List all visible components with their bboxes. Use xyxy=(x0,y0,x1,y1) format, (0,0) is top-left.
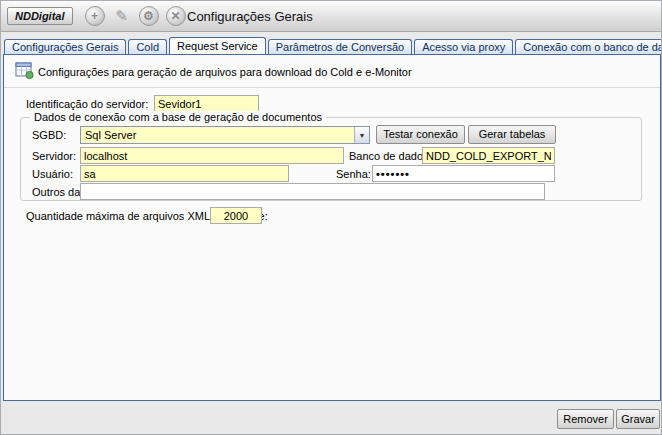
add-circle-icon[interactable]: + xyxy=(85,6,105,26)
server-id-input[interactable] xyxy=(154,95,259,112)
tab-parametros-conversao[interactable]: Parâmetros de Conversão xyxy=(268,39,412,54)
header-divider xyxy=(4,87,660,88)
connection-group-title: Dados de conexão com a base de geração d… xyxy=(30,111,326,123)
senha-input[interactable] xyxy=(372,165,555,182)
toolbar: NDDigital + ✎ ⚙ ✕ Configurações Gerais xyxy=(1,1,661,32)
tab-acesso-via-proxy[interactable]: Acesso via proxy xyxy=(414,39,513,54)
servidor-input[interactable] xyxy=(80,147,344,164)
gear-circle-icon[interactable]: ⚙ xyxy=(139,6,159,26)
pen-icon[interactable]: ✎ xyxy=(112,6,132,26)
sgbd-label: SGBD: xyxy=(32,129,66,141)
sgbd-combo[interactable]: Sql Server ▼ xyxy=(80,126,370,144)
toolbar-icons: + ✎ ⚙ ✕ xyxy=(85,6,186,26)
gravar-button[interactable]: Gravar xyxy=(616,409,660,429)
panel-description: Configurações para geração de arquivos p… xyxy=(38,66,412,78)
max-xml-input[interactable] xyxy=(210,207,262,224)
app-window: NDDigital + ✎ ⚙ ✕ Configurações Gerais C… xyxy=(0,0,662,435)
usuario-input[interactable] xyxy=(80,165,289,182)
gerar-tabelas-button[interactable]: Gerar tabelas xyxy=(468,125,556,144)
banco-dados-label: Banco de dados: xyxy=(349,150,432,162)
page-title: Configurações Gerais xyxy=(187,9,313,24)
tab-request-service[interactable]: Request Service xyxy=(169,37,266,54)
tab-strip: Configurações Gerais Cold Request Servic… xyxy=(4,37,661,54)
usuario-label: Usuário: xyxy=(32,168,73,180)
chevron-down-icon[interactable]: ▼ xyxy=(354,127,369,143)
outros-dados-input[interactable] xyxy=(80,183,545,200)
senha-label: Senha: xyxy=(336,168,371,180)
tab-cold[interactable]: Cold xyxy=(128,39,167,54)
sgbd-selected-value: Sql Server xyxy=(81,127,354,143)
tab-conexao-banco-dados[interactable]: Conexão com o banco de dados xyxy=(515,39,661,54)
remover-button[interactable]: Remover xyxy=(557,409,614,429)
servidor-label: Servidor: xyxy=(32,150,76,162)
spreadsheet-icon xyxy=(15,61,34,82)
nddigital-logo: NDDigital xyxy=(7,7,73,25)
close-circle-icon[interactable]: ✕ xyxy=(166,6,186,26)
banco-dados-input[interactable] xyxy=(422,147,555,164)
testar-conexao-button[interactable]: Testar conexão xyxy=(376,125,465,144)
tab-configuracoes-gerais[interactable]: Configurações Gerais xyxy=(4,39,126,54)
server-id-label: Identificação do servidor: xyxy=(26,98,148,110)
request-service-panel: Configurações para geração de arquivos p… xyxy=(3,54,661,401)
